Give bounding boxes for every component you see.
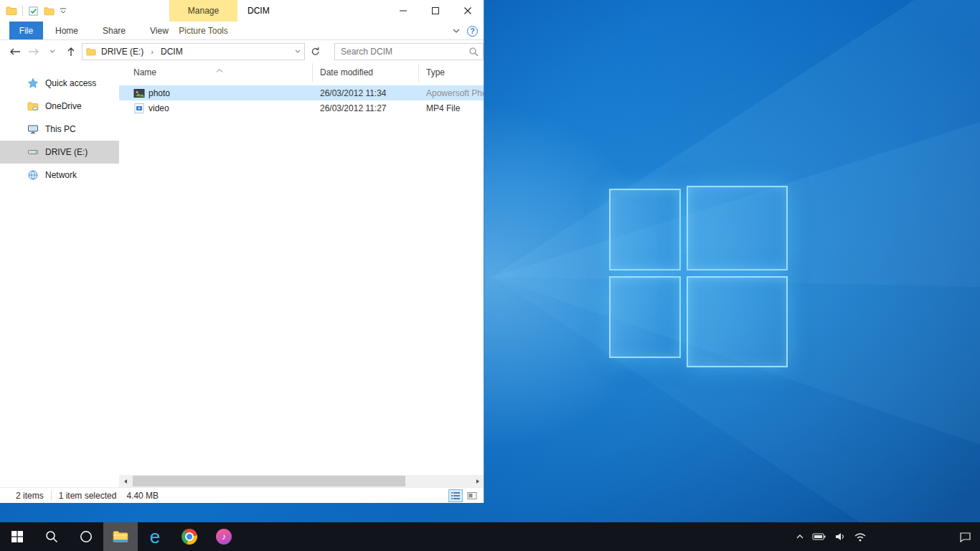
file-type-cell: MP4 File — [419, 103, 484, 113]
taskbar-file-explorer-button[interactable] — [103, 522, 138, 551]
tab-home[interactable]: Home — [43, 22, 90, 39]
file-explorer-icon — [112, 528, 129, 545]
edge-icon: e — [150, 522, 160, 551]
ribbon-right-controls: ? — [453, 22, 478, 40]
tab-share[interactable]: Share — [90, 22, 138, 39]
ribbon-expand-chevron-icon[interactable] — [453, 28, 460, 34]
search-icon[interactable] — [468, 47, 483, 57]
address-bar[interactable]: DRIVE (E:) › DCIM — [82, 43, 305, 60]
sidebar-item-quick-access[interactable]: Quick access — [0, 72, 119, 95]
sidebar-item-label: OneDrive — [45, 101, 82, 111]
scroll-left-arrow-icon[interactable] — [119, 475, 131, 487]
file-row-video[interactable]: video 26/03/2012 11:27 MP4 File — [119, 100, 484, 116]
file-type-cell: Apowersoft Pho — [419, 88, 484, 98]
recent-locations-chevron-icon[interactable] — [44, 44, 60, 60]
volume-icon[interactable] — [834, 532, 846, 542]
file-name: video — [149, 103, 169, 113]
window-folder-icon — [6, 5, 17, 17]
breadcrumb-separator-icon: › — [149, 47, 156, 56]
maximize-button[interactable] — [419, 0, 451, 22]
scrollbar-track[interactable] — [131, 475, 471, 487]
search-input[interactable] — [335, 47, 468, 57]
tray-chevron-up-icon[interactable] — [796, 534, 804, 540]
titlebar: Manage DCIM — [0, 0, 484, 22]
back-button[interactable] — [7, 44, 23, 60]
file-row-photo[interactable]: photo 26/03/2012 11:34 Apowersoft Pho — [119, 85, 484, 100]
column-label: Name — [133, 67, 156, 77]
help-icon[interactable]: ? — [467, 26, 478, 37]
sidebar-item-onedrive[interactable]: OneDrive — [0, 95, 119, 118]
forward-button[interactable] — [26, 44, 42, 60]
quick-access-star-icon — [27, 77, 39, 89]
network-icon — [27, 169, 39, 181]
drive-icon — [27, 146, 39, 158]
system-tray — [796, 522, 980, 551]
search-box[interactable] — [334, 43, 484, 60]
cortana-button[interactable] — [69, 522, 103, 551]
file-name-cell: video — [119, 103, 313, 114]
status-bar: 2 items 1 item selected 4.40 MB — [0, 487, 484, 503]
chrome-icon — [182, 529, 197, 545]
column-header-date-modified[interactable]: Date modified — [313, 63, 419, 82]
sidebar-item-drive-e[interactable]: DRIVE (E:) — [0, 141, 119, 164]
tab-picture-tools[interactable]: Picture Tools — [169, 22, 237, 40]
navigation-pane: Quick access OneDrive This PC DRIVE (E:)… — [0, 63, 119, 487]
taskbar: e ♪ — [0, 522, 980, 551]
sidebar-item-label: DRIVE (E:) — [45, 147, 88, 157]
horizontal-scrollbar[interactable] — [119, 475, 484, 487]
column-label: Date modified — [320, 67, 373, 77]
taskbar-chrome-button[interactable] — [172, 522, 207, 551]
large-icons-view-button[interactable] — [465, 489, 479, 502]
windows-logo-pane — [609, 189, 681, 270]
tab-file[interactable]: File — [9, 22, 43, 39]
column-label: Type — [426, 67, 445, 77]
sidebar-item-this-pc[interactable]: This PC — [0, 118, 119, 141]
sort-ascending-chevron-icon — [216, 65, 223, 75]
scrollbar-thumb[interactable] — [133, 476, 405, 486]
close-button[interactable] — [451, 0, 484, 22]
column-header-name[interactable]: Name — [119, 63, 313, 82]
scroll-right-arrow-icon[interactable] — [471, 475, 484, 487]
this-pc-icon — [27, 123, 39, 135]
windows-logo-pane — [687, 276, 788, 367]
start-button[interactable] — [0, 522, 34, 551]
column-headers: Name Date modified Type — [119, 63, 484, 82]
taskbar-itunes-button[interactable]: ♪ — [207, 522, 241, 551]
sidebar-item-network[interactable]: Network — [0, 164, 119, 187]
file-explorer-window: Manage DCIM File Home Share View Picture… — [0, 0, 484, 503]
battery-icon[interactable] — [812, 532, 826, 541]
minimize-button[interactable] — [387, 0, 419, 22]
navigation-buttons — [7, 44, 79, 60]
column-header-type[interactable]: Type — [419, 63, 484, 82]
file-rows: photo 26/03/2012 11:34 Apowersoft Pho vi… — [119, 85, 484, 116]
action-center-icon[interactable] — [959, 532, 971, 542]
new-folder-icon[interactable] — [44, 6, 55, 17]
network-wifi-icon[interactable] — [854, 532, 867, 542]
address-dropdown-chevron-icon[interactable] — [295, 50, 301, 54]
manage-contextual-header[interactable]: Manage — [169, 0, 237, 22]
breadcrumb-drive[interactable]: DRIVE (E:) — [100, 47, 145, 57]
large-icons-view-icon — [467, 491, 477, 500]
items-count: 2 items — [16, 491, 44, 501]
customize-toolbar-chevron-icon[interactable] — [60, 7, 67, 14]
taskbar-edge-button[interactable]: e — [138, 522, 172, 551]
file-date-cell: 26/03/2012 11:34 — [313, 88, 419, 98]
itunes-icon: ♪ — [216, 529, 232, 545]
address-row: DRIVE (E:) › DCIM — [0, 40, 484, 62]
sidebar-item-label: Network — [45, 170, 77, 180]
cortana-circle-icon — [80, 530, 93, 543]
file-list: Name Date modified Type photo 26/03/2012… — [119, 63, 484, 475]
photo-file-icon — [133, 88, 145, 99]
details-view-button[interactable] — [448, 489, 463, 502]
selection-size: 4.40 MB — [126, 491, 159, 501]
breadcrumb-dcim[interactable]: DCIM — [159, 47, 184, 57]
quick-access-toolbar — [6, 0, 67, 22]
properties-check-icon[interactable] — [28, 6, 39, 17]
sidebar-item-label: This PC — [45, 124, 76, 134]
windows-logo-pane — [687, 186, 788, 270]
taskbar-search-button[interactable] — [34, 522, 69, 551]
up-button[interactable] — [63, 44, 79, 60]
sidebar-item-label: Quick access — [45, 78, 96, 88]
refresh-button[interactable] — [307, 44, 323, 60]
file-name-cell: photo — [119, 88, 313, 99]
